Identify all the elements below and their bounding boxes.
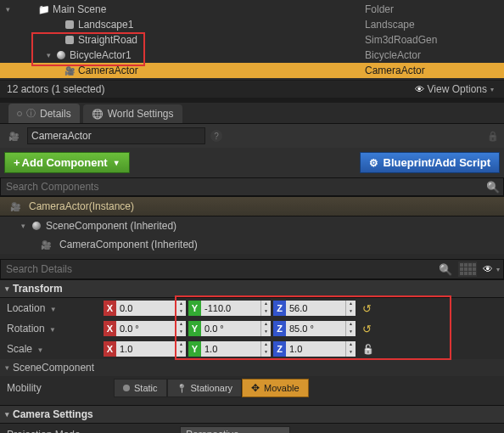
lock-scale-icon[interactable] [359,343,374,355]
tab-world-settings[interactable]: World Settings [83,104,182,123]
scene-outliner: ▾Main Scene Folder Landscape1 Landscape … [0,0,504,80]
axis-y-label: Y [188,301,201,316]
outliner-type: Folder [365,3,501,15]
chevron-down-icon: ▼ [49,326,56,334]
tab-label: Details [40,108,71,120]
expand-icon[interactable]: ▾ [44,51,53,59]
outliner-footer: 12 actors (1 selected) View Options▾ [0,80,504,98]
outliner-row-landscape[interactable]: Landscape1 Landscape [0,17,504,32]
chevron-down-icon: ▼ [113,159,120,167]
axis-x-label: X [104,341,116,357]
spinner[interactable]: ▲▼ [345,341,356,357]
pin-icon [176,383,187,393]
reset-default-icon[interactable] [359,323,372,335]
reset-default-icon[interactable] [359,302,372,315]
tab-details[interactable]: Details [8,104,80,123]
search-details[interactable]: ▾ [0,259,504,279]
spinner[interactable]: ▲▼ [345,301,356,316]
mobility-static[interactable]: Static [114,379,167,397]
spinner[interactable]: ▲▼ [176,321,186,336]
spinner[interactable]: ▲▼ [260,301,271,316]
outliner-type: Landscape [365,19,501,31]
component-header-label: CameraActor(Instance) [29,200,134,212]
collapse-icon: ▾ [5,284,9,293]
lock-icon[interactable] [487,130,499,142]
mobility-stationary[interactable]: Stationary [167,379,243,397]
section-title: Camera Settings [13,408,93,420]
folder-icon [38,3,50,15]
info-icon [26,107,36,120]
spinner[interactable]: ▲▼ [260,321,271,336]
actor-icon [64,34,76,46]
row-projection-mode: Projection Mode Perspective▼ [0,424,504,433]
component-camera[interactable]: CameraComponent (Inherited) [0,235,504,254]
component-list: CameraActor(Instance) ▾SceneComponent (I… [0,196,504,254]
search-components[interactable] [0,177,504,196]
sphere-icon [55,49,67,61]
outliner-row-road[interactable]: StraightRoad Sim3dRoadGen [0,32,504,48]
prop-label-rotation[interactable]: Rotation ▼ [7,323,100,335]
section-camera-settings[interactable]: ▾Camera Settings [0,405,504,424]
outliner-label: StraightRoad [78,34,137,46]
axis-z-label: Z [273,321,286,336]
move-icon [251,382,260,394]
component-label: SceneComponent (Inherited) [46,220,176,232]
prop-label-projection: Projection Mode [7,429,176,433]
help-icon[interactable]: ? [210,130,222,142]
location-y-input[interactable] [201,301,260,316]
outliner-row-bicycle[interactable]: ▾BicycleActor1 BicycleActor [0,48,504,63]
camera-icon [9,200,21,212]
axis-z-label: Z [273,301,286,316]
scale-y-input[interactable] [201,341,260,357]
dot-icon [123,385,130,391]
location-x-input[interactable] [116,301,176,316]
section-scene-component[interactable]: ▾SceneComponent [0,359,504,376]
expand-icon[interactable]: ▾ [19,222,27,230]
scale-z-input[interactable] [286,341,345,357]
camera-icon [40,239,52,250]
component-toolbar: +Add Component▼ Blueprint/Add Script [0,148,504,177]
row-scale: Scale ▼ X▲▼ Y▲▼ Z▲▼ [0,339,504,359]
search-components-input[interactable] [1,178,483,195]
prop-label-scale[interactable]: Scale ▼ [7,343,100,355]
chevron-down-icon: ▼ [50,306,57,313]
scale-x-input[interactable] [116,341,176,357]
spinner[interactable]: ▲▼ [345,321,356,336]
spinner[interactable]: ▲▼ [260,341,271,357]
row-mobility: Mobility Static Stationary Movable [0,376,504,400]
add-component-button[interactable]: +Add Component▼ [4,152,130,173]
section-transform[interactable]: ▾Transform [0,279,504,298]
rotation-y-input[interactable] [201,321,260,336]
outliner-row-camera[interactable]: CameraActor CameraActor [0,63,504,78]
view-options-button[interactable]: View Options▾ [415,83,497,95]
actor-icon [64,19,76,31]
collapse-icon: ▾ [5,363,9,372]
spinner[interactable]: ▲▼ [176,301,186,316]
rotation-x-input[interactable] [116,321,176,336]
actor-name-input[interactable] [27,127,205,144]
property-matrix-icon[interactable] [458,261,477,277]
expand-icon[interactable]: ▾ [3,5,12,14]
outliner-type: CameraActor [365,65,501,76]
rotation-z-input[interactable] [286,321,345,336]
tab-label: World Settings [108,108,174,120]
axis-y-label: Y [188,341,201,357]
tab-pin-icon [17,111,22,116]
blueprint-add-script-button[interactable]: Blueprint/Add Script [360,152,500,173]
spinner[interactable]: ▲▼ [176,341,186,357]
outliner-label: CameraActor [78,65,138,76]
collapse-icon: ▾ [5,410,9,419]
component-header[interactable]: CameraActor(Instance) [0,196,504,216]
location-z-input[interactable] [286,301,345,316]
chevron-down-icon[interactable]: ▾ [496,266,500,273]
details-tabs: Details World Settings [0,103,504,124]
eye-icon[interactable] [479,263,496,275]
outliner-row-main-scene[interactable]: ▾Main Scene Folder [0,2,504,17]
component-label: CameraComponent (Inherited) [59,239,198,250]
search-details-input[interactable] [1,260,435,278]
projection-mode-dropdown[interactable]: Perspective▼ [180,426,290,433]
mobility-movable[interactable]: Movable [242,379,309,397]
component-scene[interactable]: ▾SceneComponent (Inherited) [0,216,504,235]
row-location: Location ▼ X▲▼ Y▲▼ Z▲▼ [0,298,504,318]
prop-label-location[interactable]: Location ▼ [7,302,100,314]
